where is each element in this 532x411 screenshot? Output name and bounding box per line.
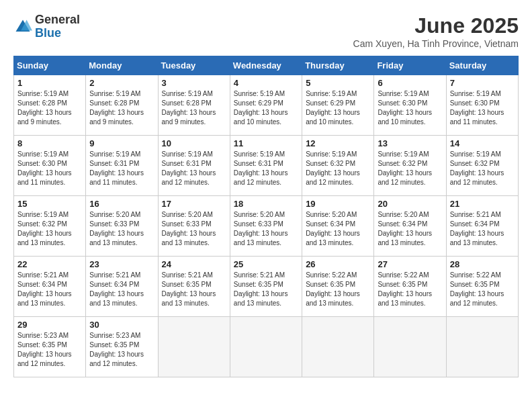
calendar-cell: 30 Sunrise: 5:23 AM Sunset: 6:35 PM Dayl… [86,317,158,377]
day-number: 13 [378,138,442,148]
calendar-cell: 9 Sunrise: 5:19 AM Sunset: 6:31 PM Dayli… [86,136,158,196]
daylight-label: Daylight: 13 hours and 12 minutes. [450,169,504,186]
day-info: Sunrise: 5:22 AM Sunset: 6:35 PM Dayligh… [450,271,515,308]
sunset-label: Sunset: 6:31 PM [89,160,139,167]
sunset-label: Sunset: 6:30 PM [450,99,500,107]
day-info: Sunrise: 5:19 AM Sunset: 6:32 PM Dayligh… [17,210,82,248]
calendar-cell: 10 Sunrise: 5:19 AM Sunset: 6:31 PM Dayl… [158,136,230,196]
daylight-label: Daylight: 13 hours and 13 minutes. [306,230,360,246]
title-area: June 2025 Cam Xuyen, Ha Tinh Province, V… [353,13,519,49]
day-info: Sunrise: 5:19 AM Sunset: 6:32 PM Dayligh… [306,150,370,187]
daylight-label: Daylight: 13 hours and 13 minutes. [17,230,72,246]
calendar-cell: 24 Sunrise: 5:21 AM Sunset: 6:35 PM Dayl… [158,257,230,317]
sunset-label: Sunset: 6:28 PM [162,99,212,107]
sunset-label: Sunset: 6:35 PM [162,281,212,288]
day-number: 7 [450,78,515,88]
day-number: 11 [234,138,298,148]
calendar-table: SundayMondayTuesdayWednesdayThursdayFrid… [13,56,519,377]
day-number: 30 [89,320,154,330]
daylight-label: Daylight: 13 hours and 11 minutes. [89,169,144,186]
calendar-cell: 16 Sunrise: 5:20 AM Sunset: 6:33 PM Dayl… [86,196,158,257]
sunrise-label: Sunrise: 5:20 AM [234,211,285,218]
day-info: Sunrise: 5:22 AM Sunset: 6:35 PM Dayligh… [378,271,442,308]
sunset-label: Sunset: 6:35 PM [450,281,500,288]
calendar-cell: 25 Sunrise: 5:21 AM Sunset: 6:35 PM Dayl… [230,257,302,317]
calendar-cell: 23 Sunrise: 5:21 AM Sunset: 6:34 PM Dayl… [86,257,158,317]
calendar-cell: 8 Sunrise: 5:19 AM Sunset: 6:30 PM Dayli… [14,136,86,196]
daylight-label: Daylight: 13 hours and 10 minutes. [378,109,432,126]
sunset-label: Sunset: 6:30 PM [378,99,427,107]
sunrise-label: Sunrise: 5:19 AM [234,150,285,158]
calendar-cell: 28 Sunrise: 5:22 AM Sunset: 6:35 PM Dayl… [446,257,518,317]
day-number: 25 [234,259,298,269]
day-info: Sunrise: 5:21 AM Sunset: 6:34 PM Dayligh… [89,271,154,308]
day-info: Sunrise: 5:19 AM Sunset: 6:29 PM Dayligh… [234,89,298,127]
daylight-label: Daylight: 13 hours and 12 minutes. [234,169,288,186]
daylight-label: Daylight: 13 hours and 13 minutes. [89,230,144,246]
sunrise-label: Sunrise: 5:19 AM [162,150,213,158]
calendar-cell: 13 Sunrise: 5:19 AM Sunset: 6:32 PM Dayl… [374,136,446,196]
calendar-cell: 11 Sunrise: 5:19 AM Sunset: 6:31 PM Dayl… [230,136,302,196]
header-cell-monday: Monday [86,56,158,75]
sunset-label: Sunset: 6:34 PM [89,281,139,288]
sunrise-label: Sunrise: 5:21 AM [162,271,213,279]
daylight-label: Daylight: 13 hours and 11 minutes. [17,169,72,186]
day-info: Sunrise: 5:19 AM Sunset: 6:28 PM Dayligh… [162,89,226,127]
sunset-label: Sunset: 6:31 PM [162,160,212,167]
calendar-cell [158,317,230,377]
sunrise-label: Sunrise: 5:21 AM [450,211,501,218]
day-number: 17 [162,199,226,209]
day-info: Sunrise: 5:23 AM Sunset: 6:35 PM Dayligh… [17,331,82,369]
day-info: Sunrise: 5:23 AM Sunset: 6:35 PM Dayligh… [89,331,154,369]
day-number: 10 [162,138,226,148]
calendar-week-1: 1 Sunrise: 5:19 AM Sunset: 6:28 PM Dayli… [14,75,519,136]
sunrise-label: Sunrise: 5:20 AM [378,211,429,218]
day-number: 21 [450,199,515,209]
day-number: 24 [162,259,226,269]
sunrise-label: Sunrise: 5:19 AM [89,150,140,158]
calendar-cell: 22 Sunrise: 5:21 AM Sunset: 6:34 PM Dayl… [14,257,86,317]
day-info: Sunrise: 5:21 AM Sunset: 6:34 PM Dayligh… [450,210,515,248]
sunrise-label: Sunrise: 5:19 AM [450,90,501,97]
daylight-label: Daylight: 13 hours and 13 minutes. [450,230,504,246]
day-info: Sunrise: 5:20 AM Sunset: 6:33 PM Dayligh… [89,210,154,248]
daylight-label: Daylight: 13 hours and 13 minutes. [162,230,216,246]
sunrise-label: Sunrise: 5:19 AM [89,90,140,97]
calendar-cell: 20 Sunrise: 5:20 AM Sunset: 6:34 PM Dayl… [374,196,446,257]
day-info: Sunrise: 5:19 AM Sunset: 6:30 PM Dayligh… [17,150,82,187]
header-cell-saturday: Saturday [446,56,518,75]
day-number: 18 [234,199,298,209]
day-info: Sunrise: 5:19 AM Sunset: 6:30 PM Dayligh… [378,89,442,127]
header: General Blue June 2025 Cam Xuyen, Ha Tin… [13,13,519,49]
day-info: Sunrise: 5:19 AM Sunset: 6:30 PM Dayligh… [450,89,515,127]
daylight-label: Daylight: 13 hours and 12 minutes. [306,169,360,186]
daylight-label: Daylight: 13 hours and 13 minutes. [89,290,144,307]
sunset-label: Sunset: 6:35 PM [378,281,427,288]
calendar-cell: 14 Sunrise: 5:19 AM Sunset: 6:32 PM Dayl… [446,136,518,196]
sunset-label: Sunset: 6:32 PM [378,160,427,167]
sunrise-label: Sunrise: 5:21 AM [89,271,140,279]
sunset-label: Sunset: 6:35 PM [89,341,139,349]
day-number: 29 [17,320,82,330]
daylight-label: Daylight: 13 hours and 11 minutes. [450,109,504,126]
header-cell-sunday: Sunday [14,56,86,75]
sunrise-label: Sunrise: 5:19 AM [450,150,501,158]
calendar-cell: 17 Sunrise: 5:20 AM Sunset: 6:33 PM Dayl… [158,196,230,257]
day-number: 2 [89,78,154,88]
sunrise-label: Sunrise: 5:20 AM [89,211,140,218]
day-info: Sunrise: 5:19 AM Sunset: 6:32 PM Dayligh… [450,150,515,187]
calendar-cell [374,317,446,377]
day-info: Sunrise: 5:20 AM Sunset: 6:33 PM Dayligh… [234,210,298,248]
calendar-cell: 27 Sunrise: 5:22 AM Sunset: 6:35 PM Dayl… [374,257,446,317]
sunrise-label: Sunrise: 5:20 AM [162,211,213,218]
day-number: 22 [17,259,82,269]
day-info: Sunrise: 5:21 AM Sunset: 6:35 PM Dayligh… [162,271,226,308]
sunset-label: Sunset: 6:33 PM [162,220,212,228]
sunset-label: Sunset: 6:34 PM [306,220,355,228]
header-cell-wednesday: Wednesday [230,56,302,75]
daylight-label: Daylight: 13 hours and 12 minutes. [450,290,504,307]
calendar-cell: 12 Sunrise: 5:19 AM Sunset: 6:32 PM Dayl… [302,136,374,196]
sunset-label: Sunset: 6:29 PM [306,99,355,107]
day-info: Sunrise: 5:20 AM Sunset: 6:34 PM Dayligh… [306,210,370,248]
daylight-label: Daylight: 13 hours and 12 minutes. [378,169,432,186]
